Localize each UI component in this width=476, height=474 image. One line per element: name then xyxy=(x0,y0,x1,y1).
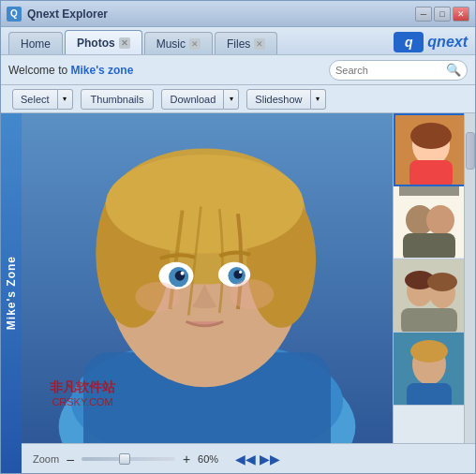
tab-bar: Home Photos ✕ Music ✕ Files ✕ q qnext xyxy=(1,27,475,55)
thumbnail-2[interactable] xyxy=(394,186,475,259)
thumbnails-button[interactable]: Thumbnails xyxy=(81,89,155,110)
svg-rect-24 xyxy=(409,160,453,186)
zoom-plus-button[interactable]: + xyxy=(183,452,190,467)
select-button[interactable]: Select xyxy=(12,89,58,110)
svg-rect-29 xyxy=(399,186,459,196)
side-label: Mike's Zone xyxy=(1,113,22,473)
welcome-message: Welcome to Mike's zone xyxy=(8,64,323,77)
app-window: Q Qnext Explorer ─ □ ✕ Home Photos ✕ Mus… xyxy=(0,0,476,474)
close-button[interactable]: ✕ xyxy=(453,7,469,22)
zoom-slider[interactable] xyxy=(82,457,175,461)
select-btn-group: Select ▾ xyxy=(12,89,73,110)
svg-point-38 xyxy=(410,340,448,363)
thumbnail-1[interactable] xyxy=(394,113,475,186)
zoom-percent: 60% xyxy=(198,453,228,465)
action-bar: Select ▾ Thumbnails Download ▾ Slideshow… xyxy=(1,85,475,113)
scroll-thumb[interactable] xyxy=(466,132,475,170)
window-controls: ─ □ ✕ xyxy=(415,7,469,22)
zoom-bar: Zoom – + 60% ◀◀ ▶▶ xyxy=(22,443,475,473)
search-input[interactable] xyxy=(335,65,446,76)
watermark-cn: 非凡软件站 xyxy=(50,379,115,396)
slideshow-dropdown-arrow[interactable]: ▾ xyxy=(311,89,326,110)
photo-main: 非凡软件站 CRSKY.COM xyxy=(22,113,475,443)
select-dropdown-arrow[interactable]: ▾ xyxy=(58,89,73,110)
scrollbar[interactable] xyxy=(464,113,475,443)
prev-button[interactable]: ◀◀ xyxy=(235,452,256,467)
thumbnail-4[interactable] xyxy=(394,333,475,406)
svg-point-34 xyxy=(427,273,457,291)
photo-area: 非凡软件站 CRSKY.COM xyxy=(22,113,475,473)
zoom-slider-thumb[interactable] xyxy=(119,453,130,465)
watermark: 非凡软件站 CRSKY.COM xyxy=(50,379,115,407)
tabs-container: Home Photos ✕ Music ✕ Files ✕ xyxy=(8,30,277,54)
main-content: Mike's Zone xyxy=(1,113,475,473)
watermark-url: CRSKY.COM xyxy=(52,396,112,407)
search-box[interactable]: 🔍 xyxy=(329,60,468,81)
svg-rect-39 xyxy=(407,383,452,406)
welcome-name: Mike's zone xyxy=(70,64,133,77)
svg-point-18 xyxy=(239,271,242,274)
svg-point-23 xyxy=(410,123,452,149)
toolbar: Welcome to Mike's zone 🔍 xyxy=(1,55,475,85)
search-icon[interactable]: 🔍 xyxy=(446,63,461,77)
svg-point-17 xyxy=(181,272,185,275)
tab-files[interactable]: Files ✕ xyxy=(215,32,277,54)
svg-point-10 xyxy=(106,155,304,254)
main-photo-viewer[interactable]: 非凡软件站 CRSKY.COM xyxy=(22,113,393,443)
qnext-text: qnext xyxy=(427,34,468,51)
qnext-logo: q qnext xyxy=(394,32,468,52)
side-label-text: Mike's Zone xyxy=(5,256,18,330)
nav-arrows: ◀◀ ▶▶ xyxy=(235,452,280,467)
qnext-q-icon: q xyxy=(394,32,424,52)
zoom-label: Zoom xyxy=(33,453,59,465)
minimize-button[interactable]: ─ xyxy=(415,7,432,22)
svg-point-20 xyxy=(230,279,275,309)
zoom-minus-button[interactable]: – xyxy=(67,452,74,467)
slideshow-btn-group: Slideshow ▾ xyxy=(246,89,325,110)
thumbnail-3[interactable] xyxy=(394,259,475,333)
title-bar: Q Qnext Explorer ─ □ ✕ xyxy=(1,1,475,27)
svg-rect-35 xyxy=(401,308,457,333)
svg-rect-28 xyxy=(403,233,455,258)
svg-point-27 xyxy=(426,205,454,235)
download-dropdown-arrow[interactable]: ▾ xyxy=(224,89,239,110)
thumbnail-strip xyxy=(393,113,475,443)
svg-point-19 xyxy=(135,282,180,312)
download-btn-group: Download ▾ xyxy=(161,89,239,110)
window-title: Qnext Explorer xyxy=(27,7,415,21)
download-button[interactable]: Download xyxy=(161,89,224,110)
tab-photos[interactable]: Photos ✕ xyxy=(65,30,142,54)
next-button[interactable]: ▶▶ xyxy=(260,452,280,467)
tab-home[interactable]: Home xyxy=(8,32,63,54)
maximize-button[interactable]: □ xyxy=(434,7,451,22)
tab-close-music[interactable]: ✕ xyxy=(189,38,201,50)
tab-music[interactable]: Music ✕ xyxy=(144,32,213,54)
slideshow-button[interactable]: Slideshow xyxy=(246,89,310,110)
tab-close-files[interactable]: ✕ xyxy=(254,38,265,50)
app-icon: Q xyxy=(7,7,22,22)
tab-close-photos[interactable]: ✕ xyxy=(119,37,130,49)
